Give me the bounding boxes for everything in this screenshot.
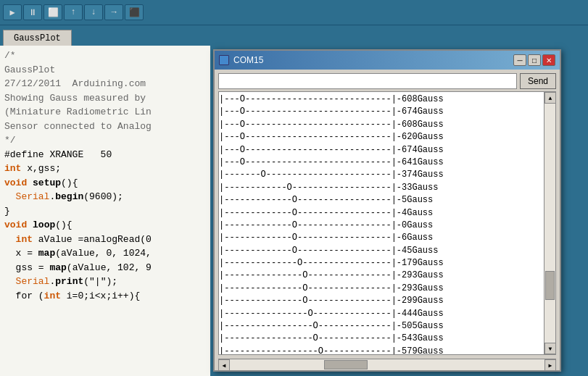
code-loop: void loop(){ bbox=[4, 220, 73, 230]
code-map-2: gss = map(aValue, 102, 9 bbox=[4, 262, 152, 273]
send-label: Send bbox=[528, 76, 548, 86]
com-serial-output: |---O----------------------------|-608Ga… bbox=[219, 92, 544, 354]
toolbar-stop-btn[interactable]: ⬜ bbox=[44, 4, 62, 20]
close-button[interactable]: ✕ bbox=[542, 54, 555, 66]
com-input-field[interactable] bbox=[218, 73, 517, 89]
code-define: #define XRANGE 50 bbox=[4, 149, 112, 160]
code-int-1: int x,gss; bbox=[4, 163, 61, 174]
scroll-down-arrow[interactable]: ▼ bbox=[544, 343, 556, 354]
toolbar-forward-btn[interactable]: → bbox=[104, 4, 123, 20]
toolbar-upload-btn[interactable]: ↑ bbox=[64, 4, 83, 20]
com-window: COM15 ─ □ ✕ Send |---O------------------… bbox=[213, 49, 561, 372]
code-setup: void setup(){ bbox=[4, 177, 78, 188]
code-map-1: x = map(aValue, 0, 1024, bbox=[4, 248, 152, 259]
code-serial-begin: Serial.begin(9600); bbox=[4, 191, 123, 202]
toolbar-pause-btn[interactable]: ⏸ bbox=[23, 4, 42, 20]
com-window-icon bbox=[219, 55, 229, 65]
code-print: Serial.print("|"); bbox=[4, 276, 117, 287]
com-window-title: COM15 bbox=[233, 55, 263, 65]
code-int-2: int aValue =analogRead(0 bbox=[4, 234, 152, 245]
code-line-1: /* GaussPlot 27/12/2011 Arduining.com Sh… bbox=[4, 50, 152, 146]
maximize-button[interactable]: □ bbox=[528, 54, 541, 66]
vertical-scrollbar[interactable]: ▲ ▼ bbox=[544, 92, 555, 354]
scroll-track-v[interactable] bbox=[544, 104, 555, 343]
com-input-row: Send bbox=[215, 70, 560, 91]
minimize-button[interactable]: ─ bbox=[513, 54, 526, 66]
scroll-thumb-h[interactable] bbox=[324, 360, 368, 369]
gaussplot-tab[interactable]: GaussPlot bbox=[3, 30, 72, 46]
send-button[interactable]: Send bbox=[520, 73, 556, 89]
com-content-area: |---O----------------------------|-608Ga… bbox=[218, 91, 556, 355]
toolbar-download-btn[interactable]: ↓ bbox=[84, 4, 103, 20]
com-window-controls: ─ □ ✕ bbox=[513, 54, 555, 66]
scroll-up-arrow[interactable]: ▲ bbox=[544, 92, 556, 104]
horizontal-scrollbar[interactable]: ◀ ▶ bbox=[218, 359, 556, 370]
code-for: for (int i=0;i<x;i++){ bbox=[4, 291, 140, 301]
toolbar-serial-btn[interactable]: ⬛ bbox=[125, 4, 144, 20]
code-editor[interactable]: /* GaussPlot 27/12/2011 Arduining.com Sh… bbox=[0, 46, 210, 376]
toolbar-play-btn[interactable]: ▶ bbox=[3, 4, 22, 20]
tab-label: GaussPlot bbox=[14, 33, 61, 43]
tab-bar: GaussPlot bbox=[0, 25, 588, 46]
toolbar: ▶ ⏸ ⬜ ↑ ↓ → ⬛ bbox=[0, 0, 588, 25]
code-brace-1: } bbox=[4, 206, 10, 217]
scroll-right-arrow[interactable]: ▶ bbox=[544, 359, 556, 371]
com-title-group: COM15 bbox=[219, 55, 263, 65]
scroll-left-arrow[interactable]: ◀ bbox=[218, 359, 230, 371]
scroll-thumb-v[interactable] bbox=[545, 271, 555, 300]
com-titlebar: COM15 ─ □ ✕ bbox=[215, 51, 560, 70]
scroll-track-h[interactable] bbox=[230, 359, 544, 370]
